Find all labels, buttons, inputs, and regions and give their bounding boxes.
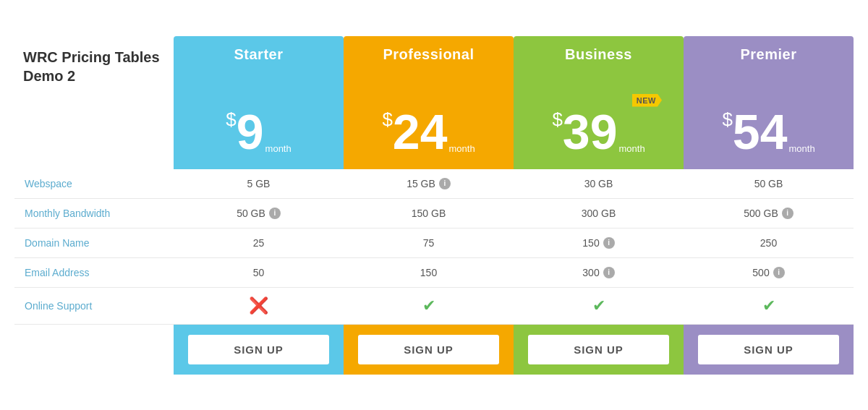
feature-label-webspace: Webspace (14, 169, 174, 199)
plan-header-business: Business (514, 36, 684, 97)
feature-value-domain-premier: 250 (684, 229, 854, 258)
feature-value-domain-business: 150 i (514, 229, 684, 258)
info-icon[interactable]: i (439, 178, 451, 189)
feature-value-support-premier: ✔ (684, 288, 854, 325)
feature-value-email-premier: 500 i (684, 258, 854, 288)
signup-button-business[interactable]: SIGN UP (528, 335, 669, 364)
plan-header-premier: Premier (684, 36, 854, 97)
signup-button-professional[interactable]: SIGN UP (358, 335, 499, 364)
feature-label-bandwidth: Monthly Bandwidth (14, 199, 174, 229)
price-cell-business: NEW $ 39 month (514, 97, 684, 169)
info-icon[interactable]: i (269, 208, 281, 219)
btn-cell-professional: SIGN UP (344, 325, 514, 375)
signup-button-starter[interactable]: SIGN UP (188, 335, 329, 364)
feature-value-webspace-premier: 50 GB (684, 169, 854, 199)
feature-value-support-business: ✔ (514, 288, 684, 325)
feature-value-domain-professional: 75 (344, 229, 514, 258)
feature-value-email-professional: 150 (344, 258, 514, 288)
page-title: WRC Pricing Tables Demo 2 (23, 48, 165, 85)
info-icon[interactable]: i (603, 267, 615, 278)
feature-value-support-professional: ✔ (344, 288, 514, 325)
feature-value-bandwidth-starter: 50 GB i (174, 199, 344, 229)
feature-label-email: Email Address (14, 258, 174, 288)
cross-icon: ❌ (249, 296, 268, 315)
feature-label-support: Online Support (14, 288, 174, 325)
check-icon: ✔ (762, 296, 775, 315)
pricing-container: WRC Pricing Tables Demo 2 Starter Profes… (14, 36, 854, 375)
feature-value-bandwidth-premier: 500 GB i (684, 199, 854, 229)
feature-value-bandwidth-business: 300 GB (514, 199, 684, 229)
feature-value-email-business: 300 i (514, 258, 684, 288)
plan-header-starter: Starter (174, 36, 344, 97)
feature-value-webspace-business: 30 GB (514, 169, 684, 199)
price-cell-starter: $ 9 month (174, 97, 344, 169)
btn-cell-premier: SIGN UP (684, 325, 854, 375)
signup-button-premier[interactable]: SIGN UP (698, 335, 839, 364)
btn-cell-starter: SIGN UP (174, 325, 344, 375)
feature-value-support-starter: ❌ (174, 288, 344, 325)
btn-label-cell (14, 325, 174, 375)
feature-value-email-starter: 50 (174, 258, 344, 288)
feature-value-webspace-professional: 15 GB i (344, 169, 514, 199)
feature-value-webspace-starter: 5 GB (174, 169, 344, 199)
price-cell-professional: $ 24 month (344, 97, 514, 169)
check-icon: ✔ (592, 296, 605, 315)
new-badge: NEW (632, 94, 662, 107)
price-label-cell (14, 97, 174, 169)
pricing-table: WRC Pricing Tables Demo 2 Starter Profes… (14, 36, 854, 375)
feature-value-bandwidth-professional: 150 GB (344, 199, 514, 229)
info-icon[interactable]: i (782, 208, 793, 219)
btn-cell-business: SIGN UP (514, 325, 684, 375)
info-icon[interactable]: i (773, 267, 785, 278)
feature-label-domain: Domain Name (14, 229, 174, 258)
plan-header-professional: Professional (344, 36, 514, 97)
feature-value-domain-starter: 25 (174, 229, 344, 258)
table-title-cell: WRC Pricing Tables Demo 2 (14, 36, 174, 97)
check-icon: ✔ (422, 296, 435, 315)
price-cell-premier: $ 54 month (684, 97, 854, 169)
info-icon[interactable]: i (603, 237, 615, 249)
